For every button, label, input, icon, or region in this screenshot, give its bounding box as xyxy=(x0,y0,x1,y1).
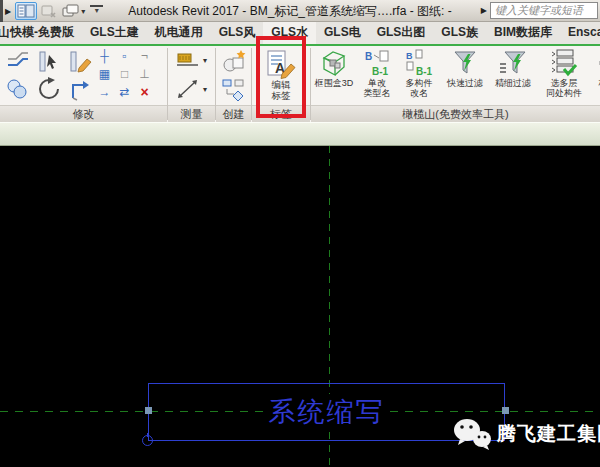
delete-icon[interactable]: × xyxy=(137,85,152,100)
quick-filter-button[interactable]: 快速过滤 xyxy=(441,46,489,105)
tab-bim-shujuku[interactable]: BIM数据库 xyxy=(486,22,560,44)
panel-label-modify: 修改 xyxy=(0,105,167,122)
cut-wall-edit-icon[interactable] xyxy=(67,50,93,74)
tab-gls-zu[interactable]: GLS族 xyxy=(433,22,486,44)
cope-icon[interactable]: ┼ xyxy=(97,49,112,64)
quick-access-toolbar: ▶ ▾ xyxy=(5,1,104,21)
tab-enscape[interactable]: Enscape™ xyxy=(560,22,600,44)
panel-label-gls: 橄榄山(免费效率工具) xyxy=(311,105,600,122)
highlight-annotation-box xyxy=(256,36,306,118)
svg-text:B: B xyxy=(365,51,372,62)
tab-jidian-tongyong[interactable]: 机电通用 xyxy=(147,22,211,44)
panel-create xyxy=(216,46,251,105)
minimize-ribbon-icon[interactable]: ▾ xyxy=(89,2,104,20)
match-type-icon[interactable]: □ xyxy=(117,67,132,82)
rename-multi-icon: B B-1 xyxy=(404,48,434,78)
rename-type-button[interactable]: B B-1 单改 类型名 xyxy=(357,46,397,105)
fine-filter-icon xyxy=(498,48,528,78)
ribbon-bottom-strip xyxy=(0,122,600,146)
svg-text:B-1: B-1 xyxy=(416,66,433,77)
grip-handle-left[interactable] xyxy=(145,407,152,414)
chevron-down-icon[interactable]: ▾ xyxy=(203,85,207,94)
watermark: 腾飞建工集团 xyxy=(452,417,600,451)
panel-label-measure: 测量 xyxy=(168,105,215,122)
rotate-icon[interactable] xyxy=(36,77,62,101)
panel-measure: ▾ ▾ xyxy=(168,46,215,105)
window-edge xyxy=(0,0,3,22)
svg-text:B-1: B-1 xyxy=(372,66,389,77)
measure-tape-icon[interactable] xyxy=(176,52,200,68)
drawing-canvas[interactable]: 系统缩写 腾飞建工集团 xyxy=(0,146,600,467)
tab-gls-chutu[interactable]: GLS出图 xyxy=(369,22,434,44)
offset-icon[interactable] xyxy=(5,50,31,74)
watermark-text: 腾飞建工集团 xyxy=(497,421,600,447)
grip-handle-right[interactable] xyxy=(502,407,509,414)
bounding-box-3d-button[interactable]: 框围盒3D xyxy=(311,46,357,105)
rename-type-icon: B B-1 xyxy=(362,48,392,78)
join-icon: ¬ xyxy=(137,49,152,64)
fine-filter-button[interactable]: 精细过滤 xyxy=(489,46,537,105)
pin-icon[interactable]: ⊥ xyxy=(137,67,152,82)
select-multilevel-icon xyxy=(549,48,579,78)
quick-filter-icon xyxy=(450,48,480,78)
cut-geometry-icon[interactable]: ▫ xyxy=(117,49,132,64)
panel-modify: ┼ ▫ ¬ ▦ □ ⊥ → ⇄ × xyxy=(0,46,167,105)
chevron-down-icon: ▾ xyxy=(81,7,85,16)
properties-palette-icon[interactable] xyxy=(15,2,37,20)
search-area: ▶ 键入关键字或短语 xyxy=(481,2,598,19)
title-bar: ▶ ▾ xyxy=(0,0,600,22)
copy-icon[interactable] xyxy=(5,77,31,101)
select-multilevel-button[interactable]: 选多层 同处构件 xyxy=(537,46,591,105)
rename-multi-button[interactable]: B B-1 多构件 改名 xyxy=(397,46,441,105)
split-icon[interactable]: ⇄ xyxy=(117,85,132,100)
revit-window: ▶ ▾ xyxy=(0,0,600,467)
tab-kuaimo-free[interactable]: 山快模-免费版 xyxy=(0,22,82,44)
rotate-handle[interactable] xyxy=(142,435,153,446)
window-title: Autodesk Revit 2017 - BM_标记_管道系统缩写….rfa … xyxy=(110,0,470,22)
component-info-button[interactable]: 构件说 xyxy=(591,46,600,105)
wechat-icon xyxy=(452,417,492,451)
panel-gls-tools: 框围盒3D B B-1 单改 类型名 B xyxy=(311,46,600,105)
close-inactive-icon xyxy=(40,2,58,20)
cut-wall-cursor-icon[interactable] xyxy=(36,50,62,74)
chevron-down-icon[interactable]: ▾ xyxy=(203,56,207,65)
create-similar-icon[interactable] xyxy=(221,78,247,104)
panel-label-create: 创建 xyxy=(216,105,251,122)
trim-corner-icon[interactable] xyxy=(67,77,93,101)
search-expand-icon[interactable]: ▶ xyxy=(481,6,487,15)
create-group-icon[interactable] xyxy=(221,49,247,75)
tab-gls-dian[interactable]: GLS电 xyxy=(316,22,369,44)
align-icon[interactable]: → xyxy=(97,85,112,100)
switch-windows-icon[interactable]: ▾ xyxy=(61,2,86,20)
tab-gls-tujian[interactable]: GLS土建 xyxy=(82,22,147,44)
search-input[interactable]: 键入关键字或短语 xyxy=(490,2,598,19)
label-text[interactable]: 系统缩写 xyxy=(264,394,390,430)
modify-small-tools: ┼ ▫ ¬ ▦ □ ⊥ → ⇄ × xyxy=(97,49,153,103)
bounding-box-3d-icon xyxy=(319,48,349,78)
qat-expand-icon[interactable]: ▶ xyxy=(5,7,11,16)
measure-dimension-icon[interactable] xyxy=(176,79,200,99)
paste-grid-icon[interactable]: ▦ xyxy=(97,67,112,82)
svg-text:B: B xyxy=(406,51,413,61)
